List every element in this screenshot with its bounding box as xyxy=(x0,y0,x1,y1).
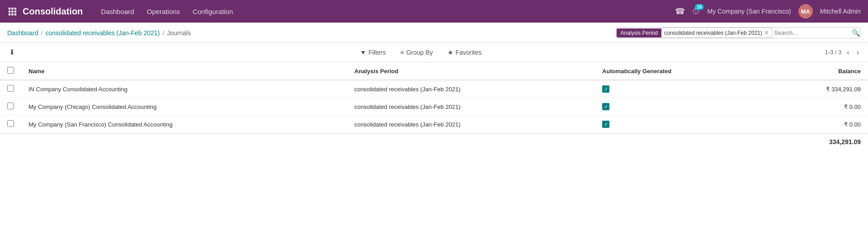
breadcrumb-root[interactable]: Dashboard xyxy=(7,29,38,37)
avatar-initials: MA xyxy=(801,8,810,15)
groupby-button[interactable]: ≡ Group By xyxy=(396,47,436,58)
breadcrumb-sep2: / xyxy=(162,29,164,37)
row-checkbox-cell-1 xyxy=(0,80,21,98)
row-balance-2: ₹ 0.00 xyxy=(767,98,868,116)
breadcrumb-current-page: Journals xyxy=(167,29,191,37)
nav-right-section: ☎ ⏱ 16 My Company (San Francisco) MA Mit… xyxy=(675,4,861,19)
filters-label: Filters xyxy=(368,49,386,56)
favorites-button[interactable]: ★ Favorites xyxy=(444,47,486,58)
search-filter-value-wrapper: consolidated receivables (Jan-Feb 2021) … xyxy=(661,28,772,38)
row-checkbox-cell-3 xyxy=(0,116,21,133)
svg-rect-7 xyxy=(11,14,14,16)
search-filter-value-text: consolidated receivables (Jan-Feb 2021) xyxy=(664,30,762,36)
favorites-label: Favorites xyxy=(456,49,482,56)
toolbar-left: ⬇ xyxy=(7,46,17,58)
groupby-label: Group By xyxy=(406,49,433,56)
top-navigation: Consolidation Dashboard Operations Confi… xyxy=(0,0,868,23)
nav-dashboard[interactable]: Dashboard xyxy=(101,6,134,17)
row-name-1[interactable]: IN Company Consolidated Accounting xyxy=(21,80,347,98)
row-balance-1: ₹ 334,291.09 xyxy=(767,80,868,98)
groupby-icon: ≡ xyxy=(400,49,404,56)
table-row: IN Company Consolidated Accounting conso… xyxy=(0,80,868,98)
search-input[interactable] xyxy=(772,28,852,38)
company-name[interactable]: My Company (San Francisco) xyxy=(708,8,791,15)
footer-total: 334,291.09 xyxy=(0,133,868,150)
download-button[interactable]: ⬇ xyxy=(7,46,17,58)
select-all-checkbox[interactable] xyxy=(7,67,14,74)
row-period-2: consolidated receivables (Jan-Feb 2021) xyxy=(347,98,595,116)
filters-button[interactable]: ▼ Filters xyxy=(356,47,389,58)
phone-icon[interactable]: ☎ xyxy=(675,6,685,16)
activity-badge[interactable]: ⏱ 16 xyxy=(692,7,700,16)
table-row: My Company (Chicago) Consolidated Accoun… xyxy=(0,98,868,116)
breadcrumb-search-row: Dashboard / consolidated receivables (Ja… xyxy=(0,23,868,42)
app-title: Consolidation xyxy=(23,6,83,17)
breadcrumb-sep1: / xyxy=(41,29,43,37)
user-name[interactable]: Mitchell Admin xyxy=(820,8,861,15)
col-analysis-period: Analysis Period xyxy=(347,62,595,80)
row-autogen-2: ✓ xyxy=(595,98,767,116)
toolbar-right: 1-3 / 3 ‹ › xyxy=(825,47,861,57)
next-page-button[interactable]: › xyxy=(855,47,861,57)
svg-rect-4 xyxy=(11,10,14,13)
search-filter-tag: Analysis Period xyxy=(617,28,661,38)
row-checkbox-3[interactable] xyxy=(7,120,14,127)
search-area: Analysis Period consolidated receivables… xyxy=(616,27,861,38)
row-autogen-1: ✓ xyxy=(595,80,767,98)
svg-rect-6 xyxy=(9,14,11,16)
row-name-3[interactable]: My Company (San Francisco) Consolidated … xyxy=(21,116,347,133)
journals-table: Name Analysis Period Automatically Gener… xyxy=(0,62,868,133)
row-checkbox-2[interactable] xyxy=(7,103,14,109)
data-table-container: Name Analysis Period Automatically Gener… xyxy=(0,62,868,133)
pagination-text: 1-3 / 3 xyxy=(825,49,841,56)
nav-operations[interactable]: Operations xyxy=(147,6,180,17)
table-row: My Company (San Francisco) Consolidated … xyxy=(0,116,868,133)
table-header: Name Analysis Period Automatically Gener… xyxy=(0,62,868,80)
prev-page-button[interactable]: ‹ xyxy=(845,47,851,57)
avatar[interactable]: MA xyxy=(798,4,813,19)
nav-links: Dashboard Operations Configuration xyxy=(101,6,675,17)
row-period-1: consolidated receivables (Jan-Feb 2021) xyxy=(347,80,595,98)
toolbar-center: ▼ Filters ≡ Group By ★ Favorites xyxy=(356,47,485,58)
breadcrumb-middle[interactable]: consolidated receivables (Jan-Feb 2021) xyxy=(45,29,160,37)
svg-rect-3 xyxy=(9,10,11,13)
row-checkbox-cell-2 xyxy=(0,98,21,116)
search-filter-close[interactable]: ✕ xyxy=(764,29,769,36)
toolbar: ⬇ ▼ Filters ≡ Group By ★ Favorites 1-3 /… xyxy=(0,42,868,62)
table-body: IN Company Consolidated Accounting conso… xyxy=(0,80,868,133)
nav-configuration[interactable]: Configuration xyxy=(193,6,233,17)
search-icon[interactable]: 🔍 xyxy=(852,29,860,37)
col-balance: Balance xyxy=(767,62,868,80)
star-icon: ★ xyxy=(448,49,453,56)
svg-rect-8 xyxy=(14,14,17,16)
col-name: Name xyxy=(21,62,347,80)
row-period-3: consolidated receivables (Jan-Feb 2021) xyxy=(347,116,595,133)
filter-icon: ▼ xyxy=(360,49,366,56)
row-checkbox-1[interactable] xyxy=(7,85,14,92)
select-all-header xyxy=(0,62,21,80)
autogen-checkbox-checked-3: ✓ xyxy=(602,121,609,128)
row-name-2[interactable]: My Company (Chicago) Consolidated Accoun… xyxy=(21,98,347,116)
svg-rect-5 xyxy=(14,10,17,13)
row-balance-3: ₹ 0.00 xyxy=(767,116,868,133)
col-auto-generated: Automatically Generated xyxy=(595,62,767,80)
svg-rect-0 xyxy=(9,8,11,10)
autogen-checkbox-checked-2: ✓ xyxy=(602,103,609,110)
row-autogen-3: ✓ xyxy=(595,116,767,133)
svg-rect-2 xyxy=(14,8,17,10)
activity-count: 16 xyxy=(695,4,703,10)
autogen-checkbox-checked-1: ✓ xyxy=(602,85,609,93)
svg-rect-1 xyxy=(11,8,14,10)
total-value: 334,291.09 xyxy=(829,138,861,145)
apps-menu-button[interactable] xyxy=(7,6,17,16)
breadcrumb: Dashboard / consolidated receivables (Ja… xyxy=(7,29,616,37)
